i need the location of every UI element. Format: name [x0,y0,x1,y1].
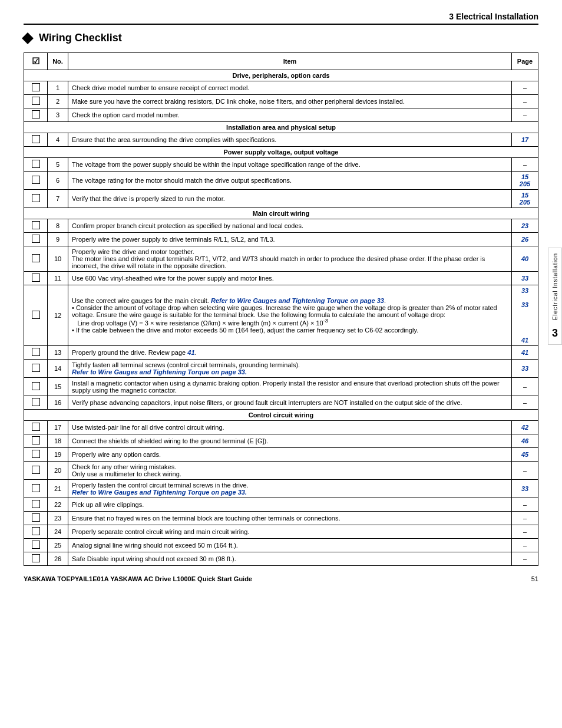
checkbox-1[interactable] [32,83,40,91]
row-item-21: Properly fasten the control circuit term… [68,480,512,498]
row-item-18: Connect the shields of shielded wiring t… [68,434,512,448]
checkbox-cell-7 [24,190,48,208]
row-item-2: Make sure you have the correct braking r… [68,95,512,108]
checkbox-18[interactable] [32,436,40,444]
checkbox-21[interactable] [32,484,40,492]
section-power-label: Power supply voltage, output voltage [24,147,538,158]
row-item-10: Properly wire the drive and motor togeth… [68,246,512,272]
item-14-link: Refer to Wire Gauges and Tightening Torq… [72,368,247,375]
section-main-circuit-header: Main circuit wiring [24,208,538,219]
checkbox-cell-25 [24,539,48,552]
row-page-25: – [512,539,538,552]
checkbox-26[interactable] [32,554,40,562]
row-no-19: 19 [48,448,68,462]
row-item-23: Ensure that no frayed wires on the termi… [68,512,512,525]
row-item-20: Check for any other wiring mistakes.Only… [68,462,512,480]
wiring-checklist-table: ☑ No. Item Page Drive, peripherals, opti… [24,52,538,566]
row-item-15: Install a magnetic contactor when using … [68,378,512,396]
table-row: 18 Connect the shields of shielded wirin… [24,434,538,448]
checkbox-cell-6 [24,172,48,190]
table-row: 20 Check for any other wiring mistakes.O… [24,462,538,480]
row-no-11: 11 [48,272,68,285]
row-no-5: 5 [48,158,68,172]
checkbox-13[interactable] [32,348,40,356]
row-item-19: Properly wire any option cards. [68,448,512,462]
row-page-18: 46 [512,434,538,448]
page-header: 3 Electrical Installation [24,12,538,25]
row-no-16: 16 [48,396,68,410]
row-item-16: Verify phase advancing capacitors, input… [68,396,512,410]
row-page-20: – [512,462,538,480]
row-no-2: 2 [48,95,68,108]
row-no-8: 8 [48,219,68,233]
row-no-24: 24 [48,525,68,539]
checkbox-2[interactable] [32,97,40,105]
row-no-20: 20 [48,462,68,480]
checkbox-cell-15 [24,378,48,396]
row-no-3: 3 [48,108,68,122]
checkbox-20[interactable] [32,466,40,474]
row-page-14: 33 [512,360,538,378]
checkbox-7[interactable] [32,194,40,202]
table-row: 8 Confirm proper branch circuit protecti… [24,219,538,233]
checkbox-cell-26 [24,552,48,566]
table-row: 19 Properly wire any option cards. 45 [24,448,538,462]
section-title: Wiring Checklist [39,32,122,44]
checkbox-cell-16 [24,396,48,410]
checkbox-11[interactable] [32,274,40,282]
checkbox-15[interactable] [32,382,40,390]
table-row: 25 Analog signal line wiring should not … [24,539,538,552]
row-no-23: 23 [48,512,68,525]
side-tab-label: Electrical Installation [552,253,558,320]
checkbox-19[interactable] [32,450,40,458]
checkbox-cell-13 [24,346,48,360]
checkbox-6[interactable] [32,176,40,184]
row-item-12: Use the correct wire gauges for the main… [68,285,512,346]
checkbox-14[interactable] [32,364,40,372]
checkbox-cell-5 [24,158,48,172]
row-no-25: 25 [48,539,68,552]
checkbox-3[interactable] [32,110,40,118]
checkbox-4[interactable] [32,135,40,143]
checkbox-25[interactable] [32,541,40,549]
table-row: 4 Ensure that the area surrounding the d… [24,133,538,147]
row-page-1: – [512,81,538,95]
checkbox-12[interactable] [32,311,40,319]
item-12-intro: Use the correct wire gauges for the main… [72,297,386,304]
col-header-no: No. [48,53,68,70]
checkbox-23[interactable] [32,513,40,522]
checkbox-24[interactable] [32,527,40,535]
row-page-19: 45 [512,448,538,462]
row-page-16: – [512,396,538,410]
table-row: 15 Install a magnetic contactor when usi… [24,378,538,396]
checkbox-cell-11 [24,272,48,285]
checkbox-5[interactable] [32,160,40,168]
checkbox-cell-2 [24,95,48,108]
checkbox-8[interactable] [32,221,40,229]
row-no-13: 13 [48,346,68,360]
row-item-1: Check drive model number to ensure recei… [68,81,512,95]
row-item-9: Properly wire the power supply to drive … [68,233,512,246]
checkbox-9[interactable] [32,235,40,243]
checkbox-cell-19 [24,448,48,462]
row-no-17: 17 [48,421,68,434]
row-item-13: Properly ground the drive. Review page 4… [68,346,512,360]
col-header-check: ☑ [24,53,48,70]
checkbox-16[interactable] [32,398,40,406]
checkbox-cell-8 [24,219,48,233]
checkbox-cell-4 [24,133,48,147]
section-drive-header: Drive, peripherals, option cards [24,70,538,81]
row-item-4: Ensure that the area surrounding the dri… [68,133,512,147]
checkbox-cell-17 [24,421,48,434]
table-row: 21 Properly fasten the control circuit t… [24,480,538,498]
page-footer: YASKAWA TOEPYAIL1E01A YASKAWA AC Drive L… [24,575,538,582]
table-row: 1 Check drive model number to ensure rec… [24,81,538,95]
row-no-6: 6 [48,172,68,190]
checkbox-17[interactable] [32,423,40,431]
checkbox-cell-18 [24,434,48,448]
checkbox-10[interactable] [32,254,40,262]
checkbox-cell-14 [24,360,48,378]
checkbox-22[interactable] [32,500,40,508]
row-no-14: 14 [48,360,68,378]
item-21-link: Refer to Wire Gauges and Tightening Torq… [72,489,247,496]
